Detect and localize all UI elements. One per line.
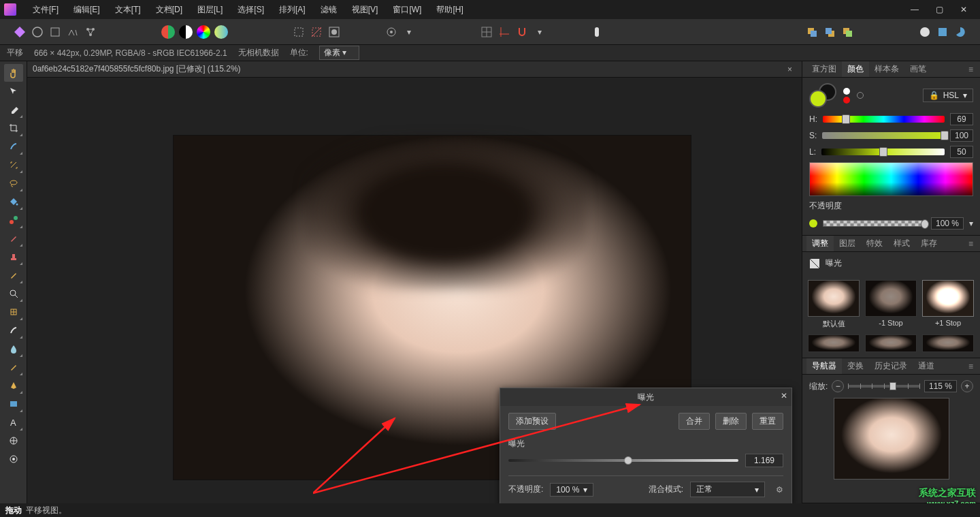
selection-brush-tool[interactable] [4,138,23,155]
exposure-value[interactable]: 1.169 [745,454,783,467]
merge-button[interactable]: 合并 [679,413,710,430]
zoom-in-button[interactable]: + [961,380,973,392]
panel-tab[interactable]: 特效 [861,236,888,251]
panel-menu-icon[interactable]: ≡ [966,65,976,74]
persona-tone-icon[interactable] [65,25,80,40]
preset-item[interactable] [808,334,860,352]
persona-liquify-icon[interactable] [30,25,45,40]
color-spectrum[interactable] [809,162,973,196]
shape-circle-icon[interactable] [917,25,932,40]
zoom-slider[interactable] [848,385,920,388]
stamp-tool[interactable] [4,248,23,266]
close-button[interactable]: ✕ [954,3,973,16]
menu-item[interactable]: 文件[F] [26,1,65,18]
gradient-tool[interactable] [4,211,23,229]
persona-develop-icon[interactable] [48,25,63,40]
zoom-out-button[interactable]: − [832,380,844,392]
arrange-back-icon[interactable] [804,25,819,40]
units-select[interactable]: 像素 ▾ [319,46,359,60]
guides-icon[interactable] [497,25,512,40]
chevron-down-icon[interactable]: ▾ [969,219,973,228]
canvas[interactable]: 曝光 ✕ 添加预设 合并 删除 重置 曝光 [27,78,802,503]
opacity-slider[interactable] [823,220,926,227]
rectangle-tool[interactable] [4,395,23,413]
panel-tab[interactable]: 直方图 [806,61,842,77]
preset-item[interactable] [922,334,974,352]
move-tool[interactable] [4,82,23,100]
persona-export-icon[interactable] [83,25,98,40]
dodge-tool[interactable] [4,358,23,376]
preset-item[interactable]: +1 Stop [922,280,974,329]
text-tool[interactable]: A [4,413,23,431]
panel-tab[interactable]: 样式 [888,236,915,251]
exposure-dialog[interactable]: 曝光 ✕ 添加预设 合并 删除 重置 曝光 [500,388,792,503]
document-tab-title[interactable]: 0af6eb24c5182e7f405855fc5fcf80b.jpg [已修改… [33,63,241,75]
panel-tab[interactable]: 调整 [806,236,834,251]
marquee-icon[interactable] [291,25,306,40]
lasso-tool[interactable] [4,174,23,192]
blend-mode-select[interactable]: 正常▾ [690,482,765,497]
menu-item[interactable]: 编辑[E] [67,1,107,18]
menu-item[interactable]: 文本[T] [108,1,148,18]
heal-tool[interactable] [4,303,23,321]
menu-item[interactable]: 文档[D] [149,1,189,18]
arrange-group-icon[interactable] [840,25,855,40]
dialog-title-bar[interactable]: 曝光 ✕ [500,388,791,406]
clone-tool[interactable] [4,322,23,339]
menu-item[interactable]: 视图[V] [345,1,385,18]
panel-menu-icon[interactable]: ≡ [966,362,976,371]
tab-close-button[interactable]: × [783,65,796,74]
magic-wand-tool[interactable] [4,156,23,174]
delete-button[interactable]: 删除 [715,413,747,430]
panel-tab[interactable]: 变换 [842,358,869,374]
exposure-slider[interactable] [508,459,738,462]
preset-item[interactable]: -1 Stop [865,280,917,329]
shape-square-icon[interactable] [935,25,950,40]
marquee-off-icon[interactable] [309,25,324,40]
foreground-swatch[interactable] [809,90,827,108]
menu-item[interactable]: 窗口[W] [386,1,428,18]
color-mode-select[interactable]: 🔒 HSL ▾ [923,89,973,102]
panel-menu-icon[interactable]: ≡ [966,239,976,249]
maximize-button[interactable]: ▢ [930,3,949,16]
zoom-value[interactable]: 115 % [924,380,957,392]
pixel-brush-tool[interactable] [4,266,23,284]
current-adjustment[interactable]: 曝光 [809,257,973,269]
pen-tool[interactable] [4,377,23,394]
fill-tool[interactable] [4,193,23,210]
exposure-slider-thumb[interactable] [624,456,632,465]
chevron-down-icon[interactable]: ▾ [532,25,547,40]
hand-tool[interactable] [4,64,23,82]
foreground-background-swatch[interactable] [809,83,836,108]
panel-tab[interactable]: 颜色 [842,61,869,77]
panel-tab[interactable]: 库存 [915,236,943,251]
saturation-slider[interactable] [822,132,945,139]
color-tone-icon[interactable] [214,25,229,40]
grid-icon[interactable] [479,25,494,40]
light-value[interactable]: 50 [950,146,973,158]
navigator-preview[interactable] [834,398,949,480]
menu-item[interactable]: 帮助[H] [429,1,470,18]
blur-tool[interactable] [4,340,23,358]
shape-pie-icon[interactable] [953,25,968,40]
panel-tab[interactable]: 导航器 [806,358,842,374]
secondary-color-dot[interactable] [843,97,850,104]
arrange-front-icon[interactable] [822,25,837,40]
menu-item[interactable]: 排列[A] [272,1,312,18]
snap-icon[interactable] [514,25,529,40]
eyedropper-tool[interactable] [4,101,23,119]
lightness-slider[interactable] [821,148,945,155]
dialog-close-button[interactable]: ✕ [781,391,787,401]
preset-item[interactable] [865,334,917,352]
chevron-down-icon[interactable]: ▾ [402,25,416,40]
none-color-icon[interactable] [857,92,864,99]
preset-item[interactable]: 默认值 [808,280,860,329]
assistant-icon[interactable] [589,25,604,40]
color-hue-icon[interactable] [196,25,211,40]
quick-mask-icon[interactable] [327,25,342,40]
add-preset-button[interactable]: 添加预设 [508,413,556,430]
zoom-tool[interactable] [4,285,23,302]
opacity-select[interactable]: 100 % ▾ [550,483,593,497]
zoom-slider-thumb[interactable] [889,382,896,390]
crop-tool[interactable] [4,119,23,137]
